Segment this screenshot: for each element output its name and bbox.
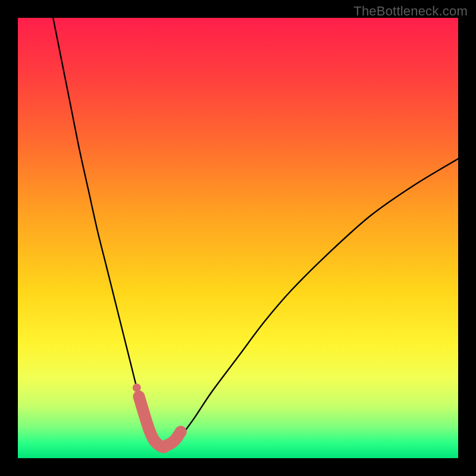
bottleneck-chart xyxy=(18,18,458,458)
highlight-band xyxy=(139,396,181,447)
watermark-text: TheBottleneck.com xyxy=(353,4,468,19)
chart-frame xyxy=(18,18,458,458)
highlight-dot xyxy=(133,384,141,392)
bottleneck-curve xyxy=(53,18,458,447)
